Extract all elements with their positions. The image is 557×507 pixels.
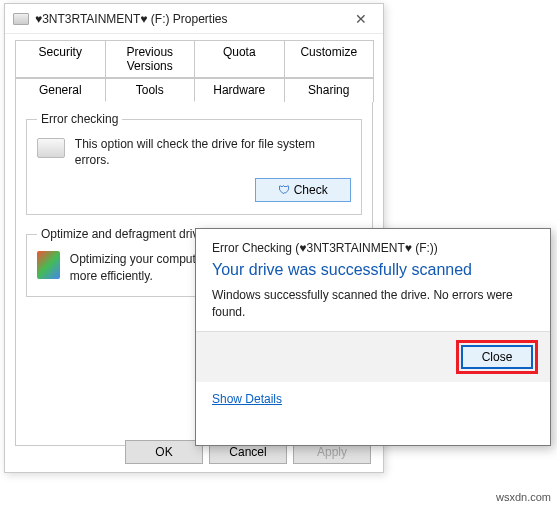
ok-button[interactable]: OK	[125, 440, 203, 464]
close-icon[interactable]: ✕	[341, 5, 381, 33]
tab-security[interactable]: Security	[15, 40, 106, 78]
tabs-row-2: General Tools Hardware Sharing	[15, 78, 373, 102]
tab-tools[interactable]: Tools	[105, 78, 196, 102]
dialog-footer: Close	[196, 331, 550, 382]
check-button-label: Check	[294, 183, 328, 197]
tab-previous-versions[interactable]: Previous Versions	[105, 40, 196, 78]
error-checking-group: Error checking This option will check th…	[26, 112, 362, 215]
titlebar: ♥3NT3RTAINMENT♥ (F:) Properties ✕	[5, 4, 383, 34]
show-details-link[interactable]: Show Details	[196, 382, 550, 420]
watermark: wsxdn.com	[496, 491, 551, 503]
optimize-legend: Optimize and defragment drive	[37, 227, 209, 241]
close-button[interactable]: Close	[461, 345, 533, 369]
error-checking-desc: This option will check the drive for fil…	[75, 136, 351, 168]
highlight-box: Close	[456, 340, 538, 374]
error-checking-legend: Error checking	[37, 112, 122, 126]
check-button[interactable]: 🛡 Check	[255, 178, 351, 202]
error-checking-dialog: Error Checking (♥3NT3RTAINMENT♥ (F:)) Yo…	[195, 228, 551, 446]
dialog-body: Windows successfully scanned the drive. …	[196, 287, 550, 331]
dialog-heading: Your drive was successfully scanned	[196, 259, 550, 287]
tab-sharing[interactable]: Sharing	[284, 78, 375, 102]
tabs-row-1: Security Previous Versions Quota Customi…	[15, 40, 373, 78]
window-title: ♥3NT3RTAINMENT♥ (F:) Properties	[35, 12, 341, 26]
dialog-title: Error Checking (♥3NT3RTAINMENT♥ (F:))	[196, 229, 550, 259]
tab-customize[interactable]: Customize	[284, 40, 375, 78]
drive-icon	[13, 13, 29, 25]
tab-hardware[interactable]: Hardware	[194, 78, 285, 102]
shield-icon: 🛡	[278, 183, 290, 197]
tab-quota[interactable]: Quota	[194, 40, 285, 78]
drive-small-icon	[37, 138, 65, 158]
tab-general[interactable]: General	[15, 78, 106, 102]
defrag-icon	[37, 251, 60, 279]
